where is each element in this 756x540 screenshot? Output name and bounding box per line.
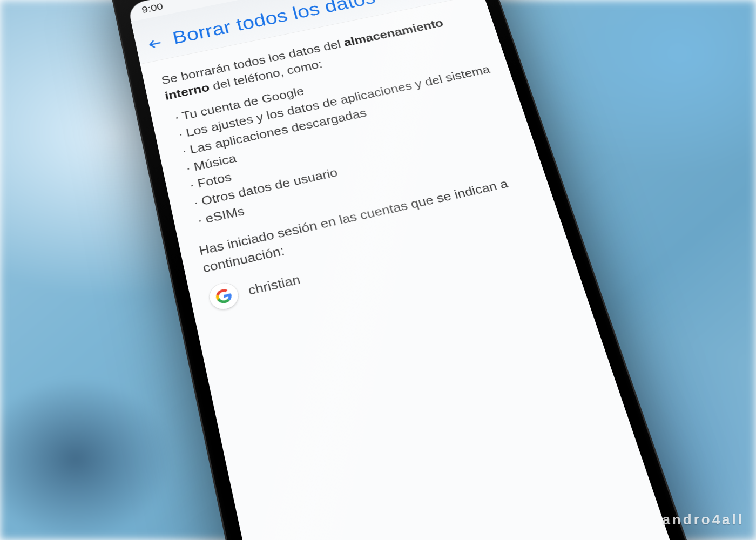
google-logo-icon [207, 281, 241, 312]
watermark: andro4all [662, 511, 744, 528]
content-area: Se borrarán todos los datos del almacena… [140, 0, 678, 540]
photo-stage: 9:00 [0, 0, 756, 540]
phone-body: 9:00 [105, 0, 714, 540]
status-time: 9:00 [141, 1, 164, 16]
phone-screen: 9:00 [127, 0, 678, 540]
account-name: christian [246, 271, 302, 300]
back-button[interactable] [146, 36, 164, 53]
